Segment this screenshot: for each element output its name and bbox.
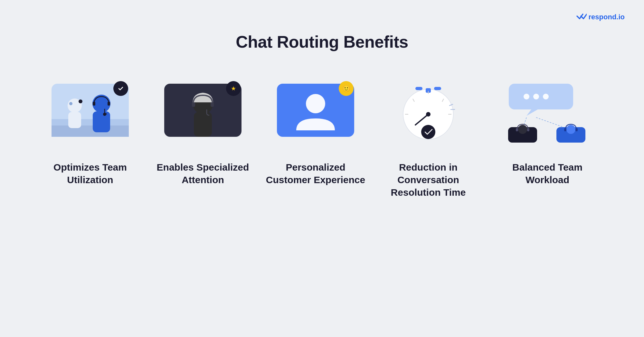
svg-rect-9 — [108, 102, 110, 106]
svg-point-5 — [69, 102, 72, 105]
logo-text: respond.io — [589, 13, 625, 21]
svg-point-19 — [306, 94, 325, 113]
svg-point-32 — [426, 112, 431, 117]
logo-icon — [576, 12, 587, 22]
svg-point-37 — [543, 94, 549, 99]
label-team-workload: Balanced Team Workload — [489, 161, 605, 186]
svg-rect-43 — [527, 128, 529, 131]
illustration-person: 🙂 — [277, 80, 354, 145]
svg-point-11 — [79, 99, 82, 103]
label-team-utilization: Optimizes Team Utilization — [39, 161, 142, 186]
svg-point-41 — [518, 125, 527, 134]
badge-smile: 🙂 — [339, 81, 354, 96]
svg-rect-8 — [93, 102, 95, 106]
badge-check — [113, 81, 128, 96]
card-resolution-time: Reduction in Conversation Resolution Tim… — [377, 80, 480, 199]
card-team-utilization: Optimizes Team Utilization — [39, 80, 142, 186]
svg-rect-17 — [211, 102, 214, 107]
svg-point-33 — [421, 125, 435, 139]
label-specialized-attention: Enables Specialized Attention — [151, 161, 254, 186]
svg-rect-22 — [415, 87, 422, 90]
card-specialized-attention: ★ Enables Specialized Attention — [151, 80, 254, 186]
illustration-timer — [390, 80, 467, 145]
page-title: Chat Routing Benefits — [236, 32, 408, 51]
svg-rect-4 — [68, 112, 81, 128]
svg-rect-46 — [564, 128, 566, 131]
svg-rect-23 — [434, 87, 441, 90]
svg-rect-34 — [509, 84, 573, 109]
logo: respond.io — [576, 12, 625, 22]
label-resolution-time: Reduction in Conversation Resolution Tim… — [377, 161, 480, 199]
cards-container: Optimizes Team Utilization — [0, 80, 644, 199]
svg-point-45 — [566, 125, 575, 134]
svg-rect-47 — [575, 128, 578, 131]
svg-point-36 — [533, 94, 539, 99]
svg-rect-15 — [194, 112, 212, 137]
svg-point-35 — [524, 94, 529, 99]
svg-rect-2 — [52, 126, 129, 137]
illustration-team — [52, 80, 129, 145]
svg-line-39 — [536, 117, 564, 127]
card-team-workload: Balanced Team Workload — [489, 80, 605, 186]
illustration-specialist: ★ — [164, 80, 242, 145]
card-customer-experience: 🙂 Personalized Customer Experience — [264, 80, 367, 186]
svg-rect-16 — [192, 102, 195, 107]
badge-star: ★ — [226, 81, 241, 96]
svg-rect-42 — [516, 128, 518, 131]
svg-point-10 — [103, 113, 106, 116]
illustration-workload — [499, 80, 596, 145]
svg-rect-7 — [93, 111, 110, 132]
label-customer-experience: Personalized Customer Experience — [264, 161, 367, 186]
